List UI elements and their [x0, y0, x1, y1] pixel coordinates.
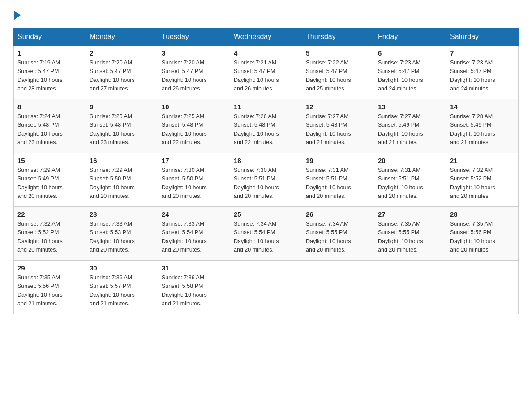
day-info: Sunrise: 7:31 AMSunset: 5:51 PMDaylight:… [378, 167, 423, 199]
day-number: 13 [378, 103, 442, 111]
day-info: Sunrise: 7:23 AMSunset: 5:47 PMDaylight:… [378, 60, 423, 92]
day-number: 16 [90, 157, 154, 164]
calendar-cell: 16Sunrise: 7:29 AMSunset: 5:50 PMDayligh… [86, 153, 158, 207]
calendar-cell: 11Sunrise: 7:26 AMSunset: 5:48 PMDayligh… [230, 99, 302, 153]
day-info: Sunrise: 7:34 AMSunset: 5:54 PMDaylight:… [234, 221, 279, 253]
calendar-cell: 29Sunrise: 7:35 AMSunset: 5:56 PMDayligh… [14, 261, 86, 314]
day-info: Sunrise: 7:29 AMSunset: 5:50 PMDaylight:… [90, 167, 135, 199]
page-header [13, 9, 519, 20]
day-info: Sunrise: 7:27 AMSunset: 5:49 PMDaylight:… [378, 113, 423, 146]
calendar-cell: 6Sunrise: 7:23 AMSunset: 5:47 PMDaylight… [374, 46, 446, 99]
day-info: Sunrise: 7:27 AMSunset: 5:48 PMDaylight:… [306, 113, 351, 146]
calendar-week-row: 22Sunrise: 7:32 AMSunset: 5:52 PMDayligh… [14, 207, 519, 261]
day-info: Sunrise: 7:35 AMSunset: 5:56 PMDaylight:… [17, 274, 63, 307]
calendar-cell: 28Sunrise: 7:35 AMSunset: 5:56 PMDayligh… [446, 207, 519, 261]
header-sunday: Sunday [14, 28, 86, 46]
calendar-cell [374, 261, 446, 314]
day-number: 2 [90, 49, 154, 57]
day-number: 18 [234, 157, 298, 164]
day-number: 6 [378, 49, 442, 57]
day-info: Sunrise: 7:23 AMSunset: 5:47 PMDaylight:… [450, 60, 495, 92]
calendar-week-row: 15Sunrise: 7:29 AMSunset: 5:49 PMDayligh… [14, 153, 519, 207]
day-info: Sunrise: 7:19 AMSunset: 5:47 PMDaylight:… [17, 60, 63, 92]
calendar-cell: 4Sunrise: 7:21 AMSunset: 5:47 PMDaylight… [230, 46, 302, 99]
day-number: 1 [17, 49, 82, 57]
day-info: Sunrise: 7:32 AMSunset: 5:52 PMDaylight:… [17, 221, 63, 253]
header-friday: Friday [374, 28, 446, 46]
logo [13, 9, 21, 20]
calendar-cell: 17Sunrise: 7:30 AMSunset: 5:50 PMDayligh… [158, 153, 230, 207]
calendar-cell: 13Sunrise: 7:27 AMSunset: 5:49 PMDayligh… [374, 99, 446, 153]
day-number: 12 [306, 103, 370, 111]
calendar-cell: 18Sunrise: 7:30 AMSunset: 5:51 PMDayligh… [230, 153, 302, 207]
day-info: Sunrise: 7:36 AMSunset: 5:57 PMDaylight:… [90, 274, 135, 307]
calendar-cell: 12Sunrise: 7:27 AMSunset: 5:48 PMDayligh… [302, 99, 374, 153]
day-info: Sunrise: 7:29 AMSunset: 5:49 PMDaylight:… [17, 167, 63, 199]
day-number: 25 [234, 210, 298, 218]
calendar-cell: 22Sunrise: 7:32 AMSunset: 5:52 PMDayligh… [14, 207, 86, 261]
calendar-cell: 15Sunrise: 7:29 AMSunset: 5:49 PMDayligh… [14, 153, 86, 207]
calendar-cell: 25Sunrise: 7:34 AMSunset: 5:54 PMDayligh… [230, 207, 302, 261]
day-number: 27 [378, 210, 442, 218]
day-number: 14 [450, 103, 515, 111]
day-number: 5 [306, 49, 370, 57]
day-number: 31 [162, 264, 226, 272]
calendar-cell [446, 261, 519, 314]
calendar-cell [230, 261, 302, 314]
header-saturday: Saturday [446, 28, 519, 46]
day-number: 29 [17, 264, 82, 272]
day-number: 23 [90, 210, 154, 218]
calendar-header-row: SundayMondayTuesdayWednesdayThursdayFrid… [14, 28, 519, 46]
calendar-cell [302, 261, 374, 314]
day-number: 15 [17, 157, 82, 164]
calendar-cell: 9Sunrise: 7:25 AMSunset: 5:48 PMDaylight… [86, 99, 158, 153]
day-number: 19 [306, 157, 370, 164]
logo-arrow-icon [14, 11, 21, 20]
day-info: Sunrise: 7:35 AMSunset: 5:56 PMDaylight:… [450, 221, 495, 253]
calendar-week-row: 8Sunrise: 7:24 AMSunset: 5:48 PMDaylight… [14, 99, 519, 153]
day-info: Sunrise: 7:22 AMSunset: 5:47 PMDaylight:… [306, 60, 351, 92]
calendar-cell: 27Sunrise: 7:35 AMSunset: 5:55 PMDayligh… [374, 207, 446, 261]
calendar-cell: 26Sunrise: 7:34 AMSunset: 5:55 PMDayligh… [302, 207, 374, 261]
header-tuesday: Tuesday [158, 28, 230, 46]
day-info: Sunrise: 7:30 AMSunset: 5:51 PMDaylight:… [234, 167, 279, 199]
day-info: Sunrise: 7:31 AMSunset: 5:51 PMDaylight:… [306, 167, 351, 199]
day-number: 7 [450, 49, 515, 57]
day-number: 4 [234, 49, 298, 57]
calendar-cell: 31Sunrise: 7:36 AMSunset: 5:58 PMDayligh… [158, 261, 230, 314]
day-number: 22 [17, 210, 82, 218]
calendar-cell: 23Sunrise: 7:33 AMSunset: 5:53 PMDayligh… [86, 207, 158, 261]
calendar-cell: 24Sunrise: 7:33 AMSunset: 5:54 PMDayligh… [158, 207, 230, 261]
calendar-week-row: 1Sunrise: 7:19 AMSunset: 5:47 PMDaylight… [14, 46, 519, 99]
day-info: Sunrise: 7:33 AMSunset: 5:54 PMDaylight:… [162, 221, 207, 253]
day-info: Sunrise: 7:33 AMSunset: 5:53 PMDaylight:… [90, 221, 135, 253]
day-number: 8 [17, 103, 82, 111]
calendar-cell: 1Sunrise: 7:19 AMSunset: 5:47 PMDaylight… [14, 46, 86, 99]
day-number: 30 [90, 264, 154, 272]
day-number: 10 [162, 103, 226, 111]
day-info: Sunrise: 7:26 AMSunset: 5:48 PMDaylight:… [234, 113, 279, 146]
calendar-cell: 5Sunrise: 7:22 AMSunset: 5:47 PMDaylight… [302, 46, 374, 99]
day-info: Sunrise: 7:25 AMSunset: 5:48 PMDaylight:… [162, 113, 207, 146]
day-info: Sunrise: 7:35 AMSunset: 5:55 PMDaylight:… [378, 221, 423, 253]
calendar-cell: 30Sunrise: 7:36 AMSunset: 5:57 PMDayligh… [86, 261, 158, 314]
day-info: Sunrise: 7:20 AMSunset: 5:47 PMDaylight:… [90, 60, 135, 92]
calendar-cell: 20Sunrise: 7:31 AMSunset: 5:51 PMDayligh… [374, 153, 446, 207]
calendar-cell: 7Sunrise: 7:23 AMSunset: 5:47 PMDaylight… [446, 46, 519, 99]
calendar-cell: 3Sunrise: 7:20 AMSunset: 5:47 PMDaylight… [158, 46, 230, 99]
day-number: 20 [378, 157, 442, 164]
day-number: 11 [234, 103, 298, 111]
calendar-cell: 19Sunrise: 7:31 AMSunset: 5:51 PMDayligh… [302, 153, 374, 207]
calendar-table: SundayMondayTuesdayWednesdayThursdayFrid… [13, 28, 519, 314]
calendar-cell: 21Sunrise: 7:32 AMSunset: 5:52 PMDayligh… [446, 153, 519, 207]
day-number: 3 [162, 49, 226, 57]
calendar-cell: 2Sunrise: 7:20 AMSunset: 5:47 PMDaylight… [86, 46, 158, 99]
calendar-week-row: 29Sunrise: 7:35 AMSunset: 5:56 PMDayligh… [14, 261, 519, 314]
day-number: 17 [162, 157, 226, 164]
calendar-cell: 10Sunrise: 7:25 AMSunset: 5:48 PMDayligh… [158, 99, 230, 153]
header-monday: Monday [86, 28, 158, 46]
day-info: Sunrise: 7:32 AMSunset: 5:52 PMDaylight:… [450, 167, 495, 199]
calendar-cell: 8Sunrise: 7:24 AMSunset: 5:48 PMDaylight… [14, 99, 86, 153]
day-number: 21 [450, 157, 515, 164]
day-info: Sunrise: 7:25 AMSunset: 5:48 PMDaylight:… [90, 113, 135, 146]
